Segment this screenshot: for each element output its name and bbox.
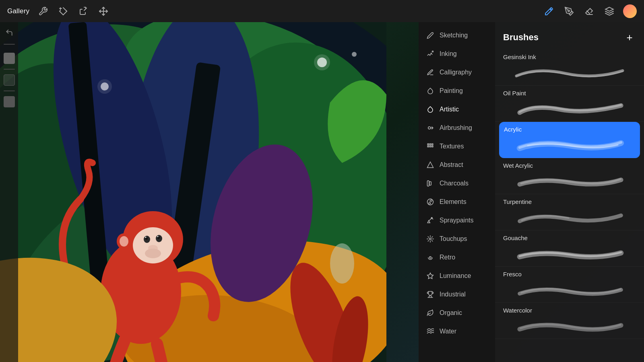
category-item-charcoals[interactable]: Charcoals bbox=[419, 174, 495, 193]
category-icon-textures bbox=[426, 142, 435, 151]
brush-name-fresco: Fresco bbox=[503, 271, 636, 278]
svg-marker-54 bbox=[427, 162, 433, 168]
category-item-industrial[interactable]: Industrial bbox=[419, 285, 495, 304]
category-item-airbrushing[interactable]: Airbrushing bbox=[419, 119, 495, 137]
category-label-calligraphy: Calligraphy bbox=[440, 69, 472, 76]
category-item-touchups[interactable]: Touchups bbox=[419, 230, 495, 248]
brush-stroke-gouache bbox=[503, 245, 636, 262]
user-avatar[interactable] bbox=[623, 4, 637, 18]
svg-rect-52 bbox=[430, 146, 431, 147]
selection-icon[interactable] bbox=[77, 5, 90, 18]
category-label-retro: Retro bbox=[440, 254, 455, 261]
brush-stroke-gesinski-ink bbox=[503, 64, 636, 81]
category-icon-industrial bbox=[426, 290, 435, 299]
artwork-svg bbox=[0, 22, 386, 362]
category-item-abstract[interactable]: Abstract bbox=[419, 156, 495, 174]
left-sidebar bbox=[0, 22, 18, 362]
category-item-water[interactable]: Water bbox=[419, 322, 495, 341]
brush-name-wet-acrylic: Wet Acrylic bbox=[503, 162, 636, 169]
svg-point-31 bbox=[120, 236, 128, 247]
category-item-luminance[interactable]: Luminance bbox=[419, 267, 495, 285]
color-swatch-gray[interactable] bbox=[4, 53, 15, 64]
brush-item-gouache[interactable]: Gouache bbox=[495, 230, 644, 267]
brush-item-turpentine[interactable]: Turpentine bbox=[495, 194, 644, 230]
category-icon-water bbox=[426, 327, 435, 336]
add-brush-button[interactable]: + bbox=[623, 31, 636, 44]
category-item-textures[interactable]: Textures bbox=[419, 137, 495, 156]
eraser-icon[interactable] bbox=[583, 5, 596, 18]
brush-name-acrylic: Acrylic bbox=[504, 126, 635, 133]
separator-1 bbox=[4, 44, 15, 45]
category-label-textures: Textures bbox=[440, 143, 464, 150]
svg-point-65 bbox=[429, 238, 431, 240]
brush-name-oil-paint: Oil Paint bbox=[503, 90, 636, 97]
brushes-header: Brushes + bbox=[495, 22, 644, 49]
brush-item-gesinski-ink[interactable]: Gesinski Ink bbox=[495, 49, 644, 86]
brush-list: Brushes + Gesinski Ink Oil Paint Acrylic… bbox=[495, 22, 644, 362]
color-swatch-transparent[interactable] bbox=[4, 74, 15, 86]
category-icon-painting bbox=[426, 86, 435, 95]
svg-point-66 bbox=[429, 257, 431, 259]
category-icon-artistic bbox=[426, 105, 435, 114]
category-item-retro[interactable]: Retro bbox=[419, 248, 495, 267]
brush-stroke-acrylic bbox=[504, 136, 635, 154]
category-label-organic: Organic bbox=[440, 309, 462, 317]
toolbar-left: Gallery bbox=[7, 5, 110, 18]
category-item-painting[interactable]: Painting bbox=[419, 82, 495, 100]
gallery-button[interactable]: Gallery bbox=[7, 7, 29, 15]
category-list: Sketching Inking Calligraphy Painting Ar… bbox=[419, 22, 495, 362]
category-item-sketching[interactable]: Sketching bbox=[419, 26, 495, 45]
color-swatch-dark[interactable] bbox=[4, 96, 15, 107]
category-icon-airbrushing bbox=[426, 123, 435, 132]
svg-point-59 bbox=[430, 203, 431, 204]
category-label-sketching: Sketching bbox=[440, 32, 468, 39]
wrench-icon[interactable] bbox=[37, 5, 50, 18]
brush-name-gesinski-ink: Gesinski Ink bbox=[503, 53, 636, 60]
svg-marker-67 bbox=[427, 273, 433, 279]
svg-point-29 bbox=[145, 249, 161, 258]
brushes-panel: Sketching Inking Calligraphy Painting Ar… bbox=[419, 22, 644, 362]
category-icon-abstract bbox=[426, 160, 435, 169]
category-item-calligraphy[interactable]: Calligraphy bbox=[419, 63, 495, 82]
svg-point-39 bbox=[314, 54, 330, 70]
category-icon-elements bbox=[426, 197, 435, 206]
brush-stroke-oil-paint bbox=[503, 100, 636, 117]
svg-point-42 bbox=[352, 52, 357, 57]
brushes-title: Brushes bbox=[503, 32, 539, 43]
brush-tool-icon[interactable] bbox=[543, 5, 555, 18]
category-label-elements: Elements bbox=[440, 198, 466, 206]
svg-point-46 bbox=[432, 51, 433, 52]
brush-item-watercolor[interactable]: Watercolor bbox=[495, 303, 644, 339]
transform-icon[interactable] bbox=[97, 5, 110, 18]
category-item-artistic[interactable]: Artistic bbox=[419, 100, 495, 119]
svg-rect-51 bbox=[427, 146, 429, 147]
brush-item-acrylic[interactable]: Acrylic bbox=[499, 122, 640, 158]
brush-item-wet-acrylic[interactable]: Wet Acrylic bbox=[495, 158, 644, 194]
brush-item-oil-paint[interactable]: Oil Paint bbox=[495, 86, 644, 122]
undo-icon[interactable] bbox=[3, 26, 16, 39]
category-item-organic[interactable]: Organic bbox=[419, 304, 495, 322]
pen-tool-icon[interactable] bbox=[563, 5, 576, 18]
svg-rect-53 bbox=[432, 146, 433, 147]
brush-item-fresco[interactable]: Fresco bbox=[495, 267, 644, 303]
svg-point-47 bbox=[428, 127, 431, 129]
category-label-artistic: Artistic bbox=[440, 106, 459, 113]
category-label-luminance: Luminance bbox=[440, 272, 471, 280]
magic-wand-icon[interactable] bbox=[57, 5, 70, 18]
category-item-spraypaints[interactable]: Spraypaints bbox=[419, 211, 495, 230]
category-icon-organic bbox=[426, 309, 435, 317]
category-item-elements[interactable]: Elements bbox=[419, 193, 495, 211]
svg-point-41 bbox=[97, 79, 112, 94]
category-item-inking[interactable]: Inking bbox=[419, 45, 495, 63]
category-icon-inking bbox=[426, 49, 435, 58]
svg-line-60 bbox=[429, 219, 431, 221]
svg-point-4 bbox=[568, 10, 570, 12]
layers-icon[interactable] bbox=[603, 5, 616, 18]
separator-2 bbox=[4, 69, 15, 70]
brush-name-gouache: Gouache bbox=[503, 234, 636, 241]
svg-rect-55 bbox=[427, 181, 429, 186]
svg-marker-5 bbox=[605, 7, 613, 11]
category-label-inking: Inking bbox=[440, 50, 457, 58]
category-label-water: Water bbox=[440, 328, 456, 335]
category-icon-charcoals bbox=[426, 179, 435, 188]
